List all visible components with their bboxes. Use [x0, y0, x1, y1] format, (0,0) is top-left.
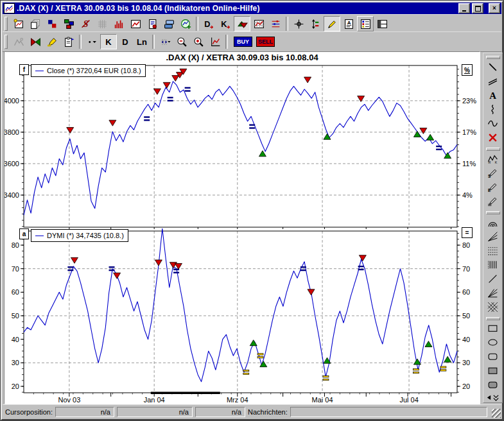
toolbar-grip[interactable] — [4, 35, 8, 49]
toolbar-grip[interactable] — [4, 17, 8, 31]
kerzen-mode-button[interactable]: K — [100, 34, 117, 49]
color-list-button[interactable] — [357, 16, 374, 31]
new-chart-button[interactable] — [10, 16, 27, 31]
svg-text:50: 50 — [462, 312, 470, 320]
shift-scale-button[interactable] — [307, 16, 324, 31]
trend-pencil-lines-tool[interactable] — [485, 195, 501, 209]
bar-width-dropdown[interactable] — [157, 34, 173, 49]
tile-windows-button[interactable] — [44, 16, 60, 31]
linestyle-dropdown[interactable] — [83, 34, 100, 49]
svg-text:23%: 23% — [462, 97, 476, 105]
toolbar-grip[interactable] — [486, 317, 500, 320]
minimize-icon — [462, 10, 466, 12]
drawing-toolbar: ARKSE — [483, 53, 503, 403]
zigzag-tool[interactable]: RK — [485, 153, 501, 167]
dash-marker-yellow — [243, 373, 249, 374]
vertical-lines-tool[interactable] — [485, 259, 501, 273]
split-view-button[interactable] — [374, 16, 390, 31]
speed-lines-tool[interactable] — [485, 287, 501, 301]
percent-scale-button[interactable]: % — [462, 64, 473, 76]
sell-signal-marker — [71, 257, 78, 263]
x-axis-label: Jan 04 — [144, 396, 165, 404]
rounded-rect-tool[interactable] — [485, 350, 501, 365]
x-axis-label: Nov 03 — [58, 396, 80, 404]
pane2-group: 8080707060605050404030302020Nov 03Jan 04… — [12, 228, 471, 404]
indicator-lines-button[interactable] — [267, 16, 284, 31]
toolbar-grip[interactable] — [486, 211, 500, 214]
draw-text-icon: A — [487, 90, 498, 103]
grid-button[interactable] — [94, 16, 110, 31]
draw-parallel-tool[interactable] — [485, 75, 501, 89]
line-chart-icon — [130, 19, 141, 30]
draw-text-tool[interactable]: A — [485, 89, 501, 103]
maximize-button[interactable] — [472, 3, 483, 13]
button-label: K — [105, 37, 111, 47]
toolbar-main: SDKA — [3, 14, 501, 33]
svg-text:50: 50 — [12, 312, 19, 320]
volume-button[interactable] — [110, 16, 127, 31]
signals-button[interactable] — [234, 16, 250, 31]
draw-line-tool[interactable] — [485, 61, 501, 75]
pane2-function-button[interactable]: a — [19, 228, 29, 239]
web-chart-button[interactable] — [177, 16, 194, 31]
equal-scale-button[interactable]: = — [462, 227, 473, 238]
highlighter-button[interactable] — [44, 34, 60, 49]
trend-pencil-s-tool[interactable]: S — [485, 167, 501, 181]
toolbar-separator — [152, 35, 155, 49]
toolbar-grip[interactable] — [486, 148, 500, 151]
pane1-function-button[interactable]: f — [19, 64, 29, 75]
linked-windows-button[interactable] — [60, 16, 77, 31]
daily-mode-button[interactable]: D — [117, 34, 134, 49]
minimize-button[interactable] — [458, 3, 470, 13]
sell-signal-marker — [304, 77, 311, 83]
clipboard-button[interactable] — [60, 34, 77, 49]
triangles-button[interactable] — [27, 34, 44, 49]
draw-freehand-tool[interactable] — [485, 103, 501, 117]
landscape-button[interactable] — [10, 34, 27, 49]
trend-pencil-e-tool[interactable]: E — [485, 181, 501, 195]
fib-arcs-tool[interactable] — [485, 216, 501, 230]
sell-button[interactable]: SELL — [256, 37, 275, 47]
chart-grid-button[interactable] — [250, 16, 267, 31]
line-chart-button[interactable] — [127, 16, 144, 31]
zoom-out-button[interactable] — [173, 34, 190, 49]
draw-mode-button[interactable] — [324, 16, 340, 31]
rectangle-tool[interactable] — [485, 322, 501, 336]
buy-button[interactable]: BUY — [234, 37, 252, 47]
sell-signal-marker — [420, 128, 427, 133]
dash-marker-yellow — [440, 370, 446, 371]
window-title: .DAX (X) / XETRA 30.09.03 bis 10.08.04 (… — [17, 4, 456, 13]
zoom-out-icon — [177, 37, 187, 47]
fan-lines-tool[interactable] — [485, 230, 501, 245]
daily-button[interactable]: D — [200, 16, 217, 31]
log-scale-button[interactable]: Ln — [134, 34, 150, 49]
filled-roundrect-tool[interactable] — [485, 379, 501, 393]
draw-pencil-lines-icon — [487, 196, 498, 209]
filled-rect-tool[interactable] — [485, 365, 501, 379]
no-signals-button[interactable]: S — [77, 16, 94, 31]
diagonal-line-tool[interactable] — [485, 273, 501, 287]
volume-bars-icon — [114, 19, 125, 30]
app-icon[interactable] — [4, 3, 15, 13]
resize-grip[interactable] — [492, 409, 501, 418]
ellipse-tool[interactable] — [485, 336, 501, 350]
text-report-button[interactable]: A — [340, 16, 357, 31]
close-button[interactable]: × — [489, 3, 500, 13]
buy-signal-marker — [413, 359, 421, 365]
stack-button[interactable] — [161, 16, 177, 31]
kurs-button[interactable]: K — [217, 16, 234, 31]
zoom-in-button[interactable] — [190, 34, 207, 49]
crosshair-button[interactable] — [290, 16, 307, 31]
scale-chart-button[interactable] — [207, 34, 223, 49]
sidebar-scroll-arrows[interactable] — [483, 393, 502, 402]
gann-grid-tool[interactable] — [485, 301, 501, 315]
draw-curve-tool[interactable] — [485, 117, 501, 132]
delete-drawing-tool[interactable] — [485, 132, 501, 146]
svg-text:4000: 4000 — [4, 97, 19, 105]
fib-levels-tool[interactable] — [485, 245, 501, 259]
draw-vlines-icon — [487, 259, 498, 273]
toolbar-grip[interactable] — [486, 56, 500, 59]
toolbar-separator — [225, 35, 228, 49]
copy-pages-button[interactable] — [27, 16, 44, 31]
report-button[interactable] — [144, 16, 161, 31]
